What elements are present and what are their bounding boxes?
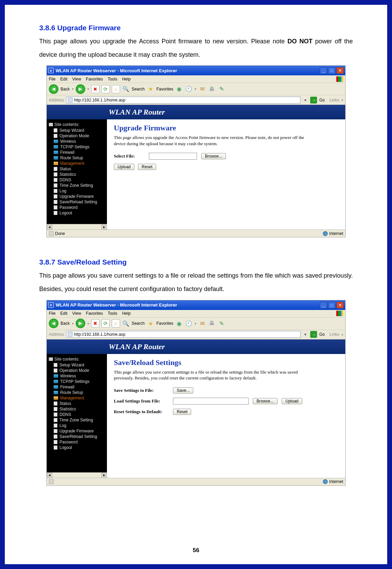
back-dropdown-icon[interactable]: ▾ — [72, 87, 74, 91]
menu-tools[interactable]: Tools — [108, 311, 117, 316]
sidebar-item-tcpip[interactable]: TCP/IP Settings — [54, 379, 105, 384]
sidebar-item-statistics[interactable]: Statistics — [54, 172, 105, 177]
sidebar-item-log[interactable]: Log — [54, 188, 105, 194]
close-button[interactable]: × — [336, 302, 344, 309]
sidebar-item-setup-wizard[interactable]: Setup Wizard — [54, 128, 105, 133]
address-dropdown-icon[interactable]: ▾ — [303, 332, 308, 337]
go-button[interactable]: → — [310, 97, 317, 104]
minimize-button[interactable]: _ — [320, 302, 327, 309]
menu-view[interactable]: View — [72, 77, 81, 82]
media-icon[interactable]: ◉ — [175, 320, 183, 327]
sidebar-item-route-setup[interactable]: Route Setup — [54, 390, 105, 395]
sidebar-item-upgrade-firmware[interactable]: Upgrade Firmware — [54, 428, 105, 434]
sidebar-item-management[interactable]: Management — [54, 161, 105, 166]
sidebar-item-tcpip[interactable]: TCP/IP Settings — [54, 144, 105, 150]
sidebar-item-timezone[interactable]: Time Zone Setting — [54, 417, 105, 423]
reset-button[interactable]: Reset — [173, 409, 191, 415]
browse-button[interactable]: Browse... — [253, 398, 277, 404]
search-icon[interactable]: 🔍 — [122, 320, 130, 327]
sidebar-item-status[interactable]: Status — [54, 166, 105, 172]
fwd-dropdown-icon[interactable]: ▾ — [87, 322, 89, 325]
sidebar-item-wireless[interactable]: Wireless — [54, 373, 105, 379]
home-button[interactable]: ⌂ — [112, 85, 120, 93]
sidebar-item-firewall[interactable]: Firewall — [54, 384, 105, 390]
menu-tools[interactable]: Tools — [108, 77, 117, 82]
forward-button[interactable]: ► — [76, 84, 85, 94]
menu-favorites[interactable]: Favorites — [86, 77, 103, 82]
scroll-right-icon[interactable]: ► — [101, 225, 107, 229]
browse-button[interactable]: Browse... — [201, 153, 226, 159]
media-icon[interactable]: ◉ — [175, 85, 183, 93]
edit-icon[interactable]: ✎ — [218, 320, 225, 327]
upload-button[interactable]: Upload — [282, 398, 302, 404]
load-file-input[interactable] — [173, 398, 249, 405]
menu-edit[interactable]: Edit — [60, 311, 67, 316]
file-input[interactable] — [149, 153, 197, 160]
sidebar-item-operation-mode[interactable]: Operation Mode — [54, 133, 105, 139]
sidebar-item-ddns[interactable]: DDNS — [54, 412, 105, 417]
print-icon[interactable]: 🖶 — [208, 320, 216, 327]
address-dropdown-icon[interactable]: ▾ — [303, 98, 308, 103]
sidebar-item-upgrade-firmware[interactable]: Upgrade Firmware — [54, 194, 105, 199]
back-button[interactable]: ◄ — [49, 319, 58, 328]
mail-icon[interactable]: ✉ — [198, 320, 206, 327]
sidebar-item-status[interactable]: Status — [54, 401, 105, 406]
back-button[interactable]: ◄ — [49, 84, 58, 94]
sidebar-scrollbar[interactable]: ◄ ► — [47, 472, 107, 478]
search-icon[interactable]: 🔍 — [122, 85, 130, 93]
stop-button[interactable]: ✖ — [91, 319, 99, 328]
sidebar-item-route-setup[interactable]: Route Setup — [54, 155, 105, 161]
address-input[interactable]: http://192.168.1.1/home.asp — [66, 331, 301, 338]
links-label[interactable]: Links — [329, 332, 339, 337]
maximize-button[interactable]: □ — [328, 302, 336, 309]
sidebar-item-statistics[interactable]: Statistics — [54, 406, 105, 412]
sidebar-item-operation-mode[interactable]: Operation Mode — [54, 368, 105, 373]
reset-button[interactable]: Reset — [138, 164, 156, 170]
menu-file[interactable]: File — [49, 311, 55, 316]
favorites-icon[interactable]: ★ — [147, 85, 154, 93]
sidebar-item-logout[interactable]: Logout — [54, 445, 105, 450]
upload-button[interactable]: Upload — [114, 164, 134, 170]
address-input[interactable]: http://192.168.1.1/home.asp — [66, 97, 301, 104]
save-button[interactable]: Save... — [173, 387, 193, 394]
mail-icon[interactable]: ✉ — [198, 85, 206, 93]
home-button[interactable]: ⌂ — [112, 319, 120, 328]
sidebar-item-wireless[interactable]: Wireless — [54, 139, 105, 144]
sidebar-scrollbar[interactable]: ◄ ► — [47, 224, 107, 229]
sidebar-item-save-reload[interactable]: Save/Reload Setting — [54, 434, 105, 439]
print-icon[interactable]: 🖶 — [208, 85, 216, 93]
scroll-left-icon[interactable]: ◄ — [47, 225, 52, 229]
sidebar-item-timezone[interactable]: Time Zone Setting — [54, 183, 105, 188]
forward-button[interactable]: ► — [76, 319, 85, 328]
sidebar-item-save-reload[interactable]: Save/Reload Setting — [54, 199, 105, 205]
back-dropdown-icon[interactable]: ▾ — [72, 322, 74, 325]
favorites-icon[interactable]: ★ — [147, 320, 154, 327]
menu-favorites[interactable]: Favorites — [86, 311, 103, 316]
links-chevron-icon[interactable]: » — [341, 98, 343, 102]
stop-button[interactable]: ✖ — [91, 85, 99, 93]
go-button[interactable]: → — [310, 331, 317, 338]
history-icon[interactable]: 🕘 — [185, 320, 193, 327]
fwd-dropdown-icon[interactable]: ▾ — [87, 87, 89, 91]
close-button[interactable]: × — [336, 67, 344, 74]
sidebar-item-password[interactable]: Password — [54, 205, 105, 210]
minimize-button[interactable]: _ — [320, 67, 327, 74]
maximize-button[interactable]: □ — [328, 67, 336, 74]
menu-view[interactable]: View — [72, 311, 81, 316]
menu-help[interactable]: Help — [122, 77, 131, 82]
sidebar-item-management[interactable]: Management — [54, 395, 105, 401]
sidebar-item-setup-wizard[interactable]: Setup Wizard — [54, 362, 105, 368]
scroll-left-icon[interactable]: ◄ — [47, 473, 52, 477]
sidebar-item-log[interactable]: Log — [54, 423, 105, 428]
menu-file[interactable]: File — [49, 77, 55, 82]
history-icon[interactable]: 🕘 — [185, 85, 193, 93]
scroll-right-icon[interactable]: ► — [101, 473, 107, 477]
links-label[interactable]: Links — [329, 98, 339, 103]
refresh-button[interactable]: ⟳ — [101, 319, 110, 328]
edit-icon[interactable]: ✎ — [218, 85, 225, 93]
sidebar-item-ddns[interactable]: DDNS — [54, 177, 105, 183]
menu-help[interactable]: Help — [122, 311, 131, 316]
menu-edit[interactable]: Edit — [60, 77, 67, 82]
sidebar-item-password[interactable]: Password — [54, 439, 105, 445]
refresh-button[interactable]: ⟳ — [101, 85, 110, 93]
